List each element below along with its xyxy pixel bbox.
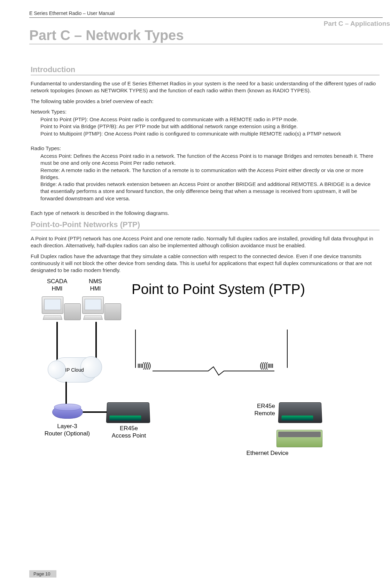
router-icon bbox=[52, 405, 83, 419]
link-scada-cloud bbox=[56, 322, 58, 360]
page-number: Page 10 bbox=[29, 570, 56, 578]
footer: Page 10 bbox=[29, 570, 357, 578]
intro-p2: The following table provides a brief ove… bbox=[31, 98, 380, 105]
ptp-p1: A Point to Point (PTP) network has one A… bbox=[31, 235, 380, 249]
section-ptp: Point-to-Point Networks (PTP) A Point to… bbox=[31, 220, 380, 274]
nms-label: NMS HMI bbox=[85, 278, 106, 292]
net-type-1: Point to Point (PTP): One Access Point r… bbox=[40, 116, 380, 123]
ptp-p2: Full Duplex radios have the advantage th… bbox=[31, 253, 380, 274]
radio-types-label: Radio Types: bbox=[31, 145, 380, 152]
remote-label: ER45e Remote bbox=[240, 403, 275, 417]
intro-p1: Fundamental to understanding the use of … bbox=[31, 80, 380, 94]
nms-pc-icon bbox=[82, 296, 121, 320]
ap-label: ER45e Access Point bbox=[104, 425, 153, 439]
remote-radio-icon bbox=[278, 402, 322, 423]
ptp-underline bbox=[31, 230, 380, 230]
ethernet-device-icon bbox=[276, 430, 322, 447]
part-underline bbox=[29, 44, 383, 44]
link-cloud-router bbox=[65, 382, 67, 406]
header-rule bbox=[29, 17, 383, 18]
intro-p3: Each type of network is described in the… bbox=[31, 210, 380, 217]
page: E Series Ethernet Radio – User Manual Pa… bbox=[0, 0, 390, 588]
net-types-label: Network Types: bbox=[31, 108, 380, 115]
ethernet-device-label: Ethernet Device bbox=[243, 450, 292, 457]
ap-antenna-icon bbox=[135, 330, 136, 368]
ptp-diagram: Point to Point System (PTP) SCADA HMI NM… bbox=[31, 277, 379, 462]
content: Introduction Fundamental to understandin… bbox=[31, 65, 380, 462]
radio-type-2: Remote: A remote radio in the network. T… bbox=[40, 167, 380, 181]
ip-cloud-icon: IP Cloud bbox=[52, 357, 98, 382]
ap-radio-icon bbox=[106, 402, 150, 423]
ap-waves-icon: ıııı)))) bbox=[137, 361, 150, 370]
diagram-title: Point to Point System (PTP) bbox=[132, 281, 305, 297]
intro-underline bbox=[31, 75, 380, 75]
scada-pc-icon bbox=[42, 296, 81, 320]
section-intro: Introduction Fundamental to understandin… bbox=[31, 65, 380, 217]
radio-type-1: Access Point: Defines the Access Point r… bbox=[40, 153, 380, 167]
ip-cloud-label: IP Cloud bbox=[65, 367, 84, 373]
intro-heading: Introduction bbox=[31, 65, 75, 74]
remote-antenna-icon bbox=[287, 330, 288, 368]
radio-type-3: Bridge: A radio that provides network ex… bbox=[40, 181, 380, 202]
part-title: Part C – Network Types bbox=[29, 28, 390, 43]
net-type-3: Point to Multipoint (PTMP): One Access P… bbox=[40, 130, 380, 137]
scada-label: SCADA HMI bbox=[43, 278, 71, 292]
part-label: Part C – Applications bbox=[0, 20, 390, 28]
router-label: Layer-3 Router (Optional) bbox=[41, 423, 93, 437]
link-nms-cloud bbox=[95, 322, 97, 360]
link-router-ap bbox=[83, 411, 107, 413]
net-type-2: Point to Point via Bridge (PTP/B): As pe… bbox=[40, 123, 380, 130]
manual-title: E Series Ethernet Radio – User Manual bbox=[29, 10, 390, 16]
rf-link-icon bbox=[153, 366, 274, 377]
ptp-heading: Point-to-Point Networks (PTP) bbox=[31, 220, 140, 229]
remote-waves-icon: ((((ıııı bbox=[260, 361, 273, 370]
